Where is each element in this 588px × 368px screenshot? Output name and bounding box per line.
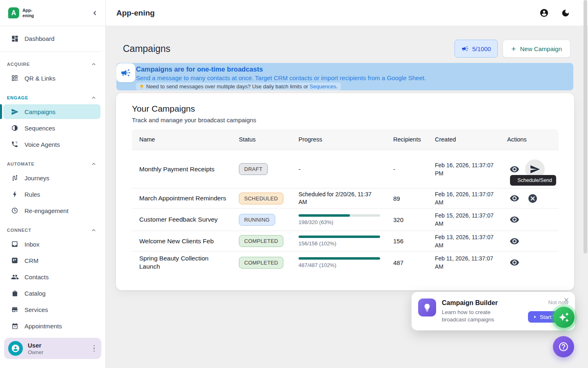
- sidebar-header: A App-ening: [0, 0, 105, 26]
- page-title: Campaigns: [123, 43, 454, 54]
- card-subtitle: Track and manage your broadcast campaign…: [132, 117, 558, 123]
- progress-cell: 156/156 (102%): [291, 236, 386, 247]
- campaign-builder-popup: ✕ Campaign Builder Learn how to create b…: [412, 292, 575, 330]
- table-row: March Appointment Reminders SCHEDULED Sc…: [132, 188, 559, 208]
- sidebar-item-label: Re-engagement: [24, 207, 69, 214]
- scrollbar-thumb[interactable]: [584, 0, 587, 254]
- view-button[interactable]: [507, 234, 522, 249]
- sidebar-item-label: Dashboard: [24, 35, 54, 42]
- banner-title: Campaigns are for one-time broadcasts: [136, 65, 569, 74]
- column-header-status: Status: [232, 136, 291, 143]
- progress-bar: [298, 236, 380, 238]
- app-logo-text: App-ening: [22, 8, 91, 18]
- card-title: Your Campaigns: [132, 104, 558, 114]
- chevron-left-icon: [91, 9, 99, 17]
- sidebar-item-label: Rules: [24, 191, 40, 198]
- lightbulb-icon: [418, 298, 436, 316]
- sidebar-item-label: Catalog: [24, 290, 46, 297]
- quota-value: 5/1000: [472, 45, 491, 52]
- close-icon[interactable]: ✕: [564, 296, 569, 305]
- sidebar-item-campaigns[interactable]: Campaigns: [3, 104, 100, 119]
- user-menu-button[interactable]: [92, 343, 97, 354]
- sidebar-collapse-button[interactable]: [91, 9, 99, 17]
- sidebar-item-services[interactable]: Services: [3, 302, 100, 317]
- table-row: Welcome New Clients Feb COMPLETED 156/15…: [132, 231, 559, 251]
- help-fab[interactable]: [553, 336, 574, 357]
- qr-code-icon: [11, 74, 19, 82]
- sidebar-item-label: Journeys: [24, 175, 49, 182]
- sidebar-item-journeys[interactable]: Journeys: [3, 171, 100, 185]
- sidebar-item-voice-agents[interactable]: Voice Agents: [3, 137, 100, 152]
- sidebar-item-re-engagement[interactable]: Re-engagement: [3, 203, 100, 218]
- sidebar-nav: Dashboard ACQUIRE QR & Links ENGAGE Camp…: [0, 26, 105, 332]
- half-circle-icon: [11, 124, 19, 132]
- table-row: Monthly Payment Receipts DRAFT - - Feb 1…: [132, 150, 559, 188]
- kanban-icon: [11, 256, 19, 265]
- topbar: App-ening: [106, 0, 588, 26]
- sidebar-item-label: Inbox: [24, 241, 40, 248]
- campaigns-card: Your Campaigns Track and manage your bro…: [116, 93, 574, 290]
- status-badge: RUNNING: [239, 214, 275, 226]
- progress-cell: -: [291, 166, 386, 173]
- chevron-up-icon[interactable]: [91, 162, 96, 167]
- sidebar-item-inbox[interactable]: Inbox: [3, 237, 100, 251]
- active-indicator: [0, 104, 2, 119]
- lightbulb-icon: [139, 84, 144, 89]
- dark-mode-moon-icon[interactable]: [561, 9, 570, 18]
- account-icon[interactable]: [539, 8, 549, 18]
- eye-icon: [510, 193, 519, 203]
- sidebar-item-catalog[interactable]: Catalog: [3, 286, 100, 301]
- chevron-up-icon[interactable]: [91, 228, 96, 233]
- status-badge: COMPLETED: [239, 235, 283, 247]
- sidebar-divider: [0, 52, 100, 52]
- ai-sparkles-fab[interactable]: [553, 307, 575, 328]
- info-banner: Campaigns are for one-time broadcasts Se…: [116, 63, 573, 90]
- cancel-icon: [528, 193, 538, 204]
- chevron-up-icon[interactable]: [91, 95, 96, 101]
- cancel-button[interactable]: [525, 191, 540, 206]
- sidebar-section-acquire: ACQUIRE: [3, 60, 100, 68]
- table-header-row: Name Status Progress Recipients Created …: [132, 129, 559, 150]
- new-campaign-button[interactable]: + New Campaign: [503, 40, 570, 58]
- progress-text: 156/156 (102%): [298, 240, 380, 247]
- eye-icon: [510, 164, 519, 174]
- campaign-quota-badge[interactable]: 5/1000: [454, 40, 498, 58]
- sidebar: A App-ening Dashboard ACQUIRE QR & Links: [0, 0, 106, 368]
- banner-tip: Need to send messages over multiple days…: [136, 83, 341, 90]
- status-badge: SCHEDULED: [239, 193, 283, 204]
- calendar-icon: [11, 322, 19, 330]
- sidebar-item-crm[interactable]: CRM: [3, 253, 100, 268]
- plus-icon: +: [511, 45, 516, 53]
- status-badge: COMPLETED: [239, 257, 283, 269]
- user-card[interactable]: User Owner: [4, 338, 101, 359]
- topbar-title: App-ening: [116, 9, 527, 18]
- sidebar-item-contacts[interactable]: Contacts: [3, 269, 100, 284]
- progress-cell: 198/320 (63%): [291, 214, 386, 225]
- recipients-cell: 320: [386, 216, 428, 223]
- view-button[interactable]: [507, 255, 522, 270]
- table-row: Customer Feedback Survey RUNNING 198/320…: [132, 208, 559, 231]
- sidebar-item-label: Appointments: [24, 323, 62, 330]
- sidebar-item-label: Contacts: [24, 274, 49, 280]
- sidebar-item-qr-links[interactable]: QR & Links: [3, 71, 100, 85]
- view-button[interactable]: [507, 191, 522, 206]
- campaign-name: Customer Feedback Survey: [132, 215, 232, 224]
- sidebar-item-rules[interactable]: Rules: [3, 187, 100, 202]
- progress-text: 487/487 (102%): [298, 262, 380, 268]
- page-header: Campaigns 5/1000 + New Campaign: [123, 39, 570, 58]
- view-button[interactable]: [507, 212, 522, 227]
- sidebar-item-sequences[interactable]: Sequences: [3, 121, 100, 135]
- sidebar-item-dashboard[interactable]: Dashboard: [3, 31, 100, 46]
- popup-body: Learn how to create broadcast campaigns: [442, 309, 499, 323]
- sequences-link[interactable]: Sequences: [310, 83, 336, 90]
- progress-bar: [298, 257, 380, 260]
- view-button[interactable]: [507, 162, 522, 177]
- chevron-up-icon[interactable]: [91, 62, 96, 67]
- user-role: Owner: [28, 349, 92, 355]
- sidebar-item-appointments[interactable]: Appointments: [3, 319, 100, 332]
- sidebar-item-label: Services: [24, 306, 48, 313]
- sidebar-item-label: QR & Links: [24, 75, 56, 82]
- table-row: Spring Beauty Collection Launch COMPLETE…: [132, 251, 559, 274]
- column-header-actions: Actions: [500, 136, 559, 143]
- progress-text: 198/320 (63%): [298, 219, 380, 225]
